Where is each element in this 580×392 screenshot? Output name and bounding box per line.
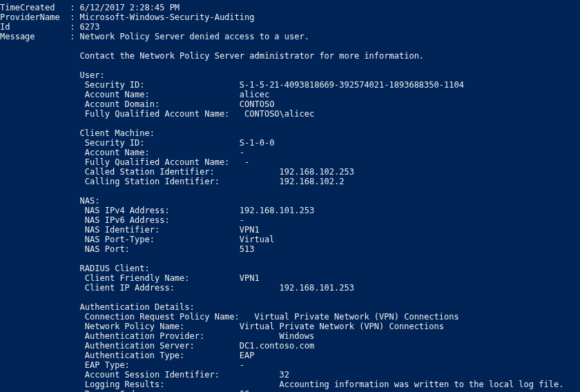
powershell-console-output: TimeCreated : 6/12/2017 2:28:45 PM Provi… — [0, 0, 580, 392]
